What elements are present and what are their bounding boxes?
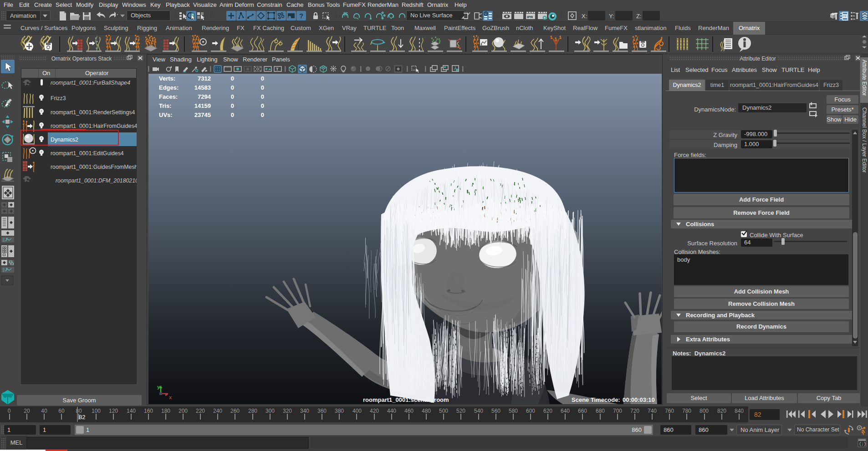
svg-text:Tris:: Tris: bbox=[159, 102, 171, 109]
svg-text:0: 0 bbox=[231, 93, 234, 100]
svg-text:0: 0 bbox=[261, 102, 264, 109]
svg-text:0: 0 bbox=[261, 75, 264, 82]
svg-text:00:00:03:10: 00:00:03:10 bbox=[623, 396, 655, 403]
svg-text:7312: 7312 bbox=[198, 75, 211, 82]
svg-text:0: 0 bbox=[231, 111, 234, 118]
svg-text:7294: 7294 bbox=[198, 93, 211, 100]
svg-text:roompart1_0001:EditGuides4: roompart1_0001:EditGuides4 bbox=[51, 150, 124, 157]
svg-text:roompart1_0001:HairFromGuides4: roompart1_0001:HairFromGuides4 bbox=[51, 123, 137, 129]
svg-text:roompart1_0001:DFM_20180210_1.: roompart1_0001:DFM_20180210_1... bbox=[56, 177, 137, 184]
svg-text:roompart1_0001:FurBallShape4: roompart1_0001:FurBallShape4 bbox=[51, 80, 130, 86]
svg-text:x: x bbox=[169, 395, 172, 400]
svg-text:IPR: IPR bbox=[527, 15, 533, 19]
svg-text:UVs:: UVs: bbox=[159, 111, 173, 118]
svg-text:23745: 23745 bbox=[194, 111, 211, 118]
svg-text:0: 0 bbox=[261, 93, 264, 100]
svg-text:0: 0 bbox=[261, 111, 264, 118]
svg-text:roompart1_0001:GuidesFromMesh4: roompart1_0001:GuidesFromMesh4 bbox=[51, 164, 137, 170]
svg-text:roompart1_0001:RenderSettings4: roompart1_0001:RenderSettings4 bbox=[51, 109, 135, 116]
svg-text:?: ? bbox=[299, 12, 303, 20]
svg-text:{;}: {;} bbox=[859, 442, 866, 446]
svg-text:Faces:: Faces: bbox=[159, 93, 178, 100]
svg-text:0: 0 bbox=[261, 84, 264, 91]
svg-text:14159: 14159 bbox=[194, 102, 211, 109]
svg-text:T: T bbox=[276, 67, 279, 71]
svg-text:Verts:: Verts: bbox=[159, 75, 175, 82]
svg-text:14583: 14583 bbox=[194, 84, 211, 91]
svg-text:Scene Timecode:: Scene Timecode: bbox=[572, 396, 620, 403]
svg-text:y: y bbox=[157, 384, 160, 390]
svg-text:roompart1_0001:scena2_room: roompart1_0001:scena2_room bbox=[363, 396, 449, 403]
svg-text:Edges:: Edges: bbox=[159, 84, 179, 91]
svg-text:0: 0 bbox=[231, 84, 234, 91]
svg-text:0: 0 bbox=[231, 102, 234, 109]
svg-text:Frizz3: Frizz3 bbox=[51, 95, 66, 101]
svg-text:0: 0 bbox=[231, 75, 234, 82]
